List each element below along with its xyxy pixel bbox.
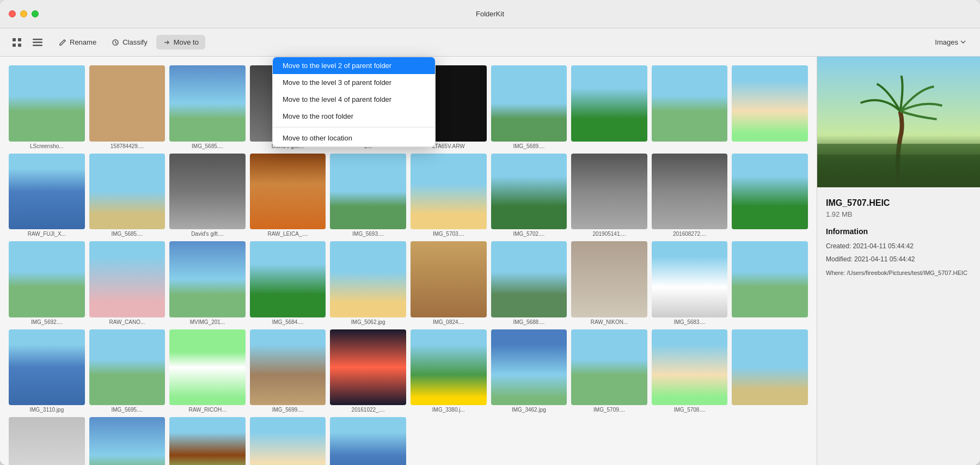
grid-item-label: RAW_LEICA_....	[250, 231, 326, 237]
grid-item[interactable]: IMG_5699....	[250, 329, 326, 413]
moveto-level2-item[interactable]: Move to the level 2 of parent folder	[273, 57, 435, 74]
grid-item-label: IMG_5685....	[89, 231, 166, 237]
classify-button[interactable]: Classify	[105, 35, 154, 50]
grid-item-label: RAW_RICOH...	[169, 407, 246, 413]
grid-item-label: RAW_NIKON...	[571, 319, 647, 325]
grid-item[interactable]: IMG_5693....	[330, 154, 406, 237]
moveto-level3-item[interactable]: Move to the level 3 of parent folder	[273, 74, 435, 91]
grid-item[interactable]: 201608272....	[652, 154, 728, 237]
svg-rect-3	[18, 44, 21, 47]
grid-item[interactable]	[571, 65, 647, 149]
detail-created: Created: 2021-04-11 05:44:42	[826, 241, 971, 251]
grid-item[interactable]: RAW_FUJI_X...	[9, 154, 85, 237]
grid-item-label: IMG_5684....	[250, 319, 326, 325]
grid-item[interactable]: IMG_3462.jpg	[491, 329, 567, 413]
grid-item-label: IMG_5689....	[491, 143, 567, 149]
detail-modified: Modified: 2021-04-11 05:44:42	[826, 254, 971, 264]
traffic-lights	[9, 10, 39, 17]
rename-button[interactable]: Rename	[52, 35, 103, 50]
grid-item-label: IMG_5703....	[411, 231, 487, 237]
detail-panel: IMG_5707.HEIC 1.92 MB Information Create…	[817, 57, 980, 465]
grid-item[interactable]	[732, 241, 808, 325]
detail-where: Where: /Users/fireebok/Pictures/test/IMG…	[826, 268, 971, 278]
grid-item[interactable]: 201905141....	[571, 154, 647, 237]
view-toggle-group	[9, 34, 46, 51]
grid-item[interactable]: IMG_3380.j...	[411, 329, 487, 413]
grid-item[interactable]: IMG_5703....	[411, 154, 487, 237]
grid-item[interactable]: LScreensho...	[9, 65, 85, 149]
grid-item-label: IMG_5693....	[330, 231, 406, 237]
grid-item[interactable]	[732, 154, 808, 237]
grid-item[interactable]: RAW_LEICA_....	[250, 154, 326, 237]
grid-item[interactable]: RAW_CANO...	[89, 241, 166, 325]
grid-item[interactable]: IMG_5704....	[89, 417, 166, 465]
grid-item[interactable]	[732, 329, 808, 413]
grid-item[interactable]: IMG_5689....	[491, 65, 567, 149]
grid-item-label: 158784429....	[89, 143, 166, 149]
grid-item[interactable]: 2022-02-0...	[169, 417, 246, 465]
grid-item[interactable]: IMG_5685....	[89, 154, 166, 237]
grid-item-label: RAW_FUJI_X...	[9, 231, 85, 237]
grid-item[interactable]: IMG_5695....	[89, 329, 166, 413]
grid-item[interactable]: David's gift....	[169, 154, 246, 237]
grid-item-label: IMG_5708....	[652, 407, 728, 413]
grid-item[interactable]: 158784429....	[89, 65, 166, 149]
moveto-level4-item[interactable]: Move to the level 4 of parent folder	[273, 91, 435, 108]
grid-item-label: IMG_5688....	[491, 319, 567, 325]
grid-item-label: IMG_5699....	[250, 407, 326, 413]
grid-item-label: IMG_5683....	[652, 319, 728, 325]
grid-item-label: IMG_5685....	[169, 143, 246, 149]
detail-size: 1.92 MB	[826, 210, 971, 218]
grid-view-button[interactable]	[9, 34, 25, 51]
toolbar-right: Images	[929, 36, 971, 48]
grid-item[interactable]: IMG_5692....	[9, 241, 85, 325]
svg-rect-12	[817, 155, 980, 187]
list-view-button[interactable]	[29, 34, 46, 51]
images-dropdown-button[interactable]: Images	[929, 36, 971, 48]
titlebar: FolderKit	[0, 0, 980, 28]
grid-item[interactable]: RAW_RICOH...	[169, 329, 246, 413]
maximize-button[interactable]	[32, 10, 39, 17]
grid-item-label: IMG_3380.j...	[411, 407, 487, 413]
grid-item-label: LScreensho...	[9, 143, 85, 149]
grid-item-label: IMG_5695....	[89, 407, 166, 413]
grid-item[interactable]	[652, 65, 728, 149]
grid-item[interactable]: IMG_20160...	[9, 417, 85, 465]
grid-item[interactable]: IMG_0824....	[411, 241, 487, 325]
grid-item-label: IMG_0824....	[411, 319, 487, 325]
grid-item[interactable]: IMG_5062.jpg	[330, 241, 406, 325]
svg-rect-2	[13, 44, 16, 47]
detail-filename: IMG_5707.HEIC	[826, 198, 971, 208]
window-title: FolderKit	[476, 10, 504, 18]
grid-item-label: IMG_3110.jpg	[9, 407, 85, 413]
detail-info: IMG_5707.HEIC 1.92 MB Information Create…	[817, 187, 980, 289]
minimize-button[interactable]	[20, 10, 27, 17]
svg-rect-4	[33, 39, 42, 40]
content-area: LScreensho...158784429....IMG_5685....Da…	[0, 57, 980, 465]
grid-item[interactable]: IMG_5684....	[250, 241, 326, 325]
grid-item-label: IMG_5709....	[571, 407, 647, 413]
grid-item[interactable]: IMG_5694....	[250, 417, 326, 465]
grid-item[interactable]: IMG_5709....	[571, 329, 647, 413]
grid-item-label: IMG_5702....	[491, 231, 567, 237]
grid-item[interactable]: IMG_5702....	[491, 154, 567, 237]
grid-item[interactable]: IMG_5688....	[491, 241, 567, 325]
svg-rect-10	[817, 57, 980, 187]
grid-item[interactable]: IMG_5682....	[330, 417, 406, 465]
grid-item[interactable]	[732, 65, 808, 149]
moveto-root-item[interactable]: Move to the root folder	[273, 108, 435, 125]
app-window: FolderKit	[0, 0, 980, 465]
grid-item[interactable]: IMG_5685....	[169, 65, 246, 149]
svg-rect-1	[18, 38, 21, 41]
grid-item[interactable]: RAW_NIKON...	[571, 241, 647, 325]
grid-item-label: David's gift....	[169, 231, 246, 237]
svg-rect-11	[817, 144, 980, 187]
grid-item[interactable]: 20161022_....	[330, 329, 406, 413]
grid-item[interactable]: MVIMG_201...	[169, 241, 246, 325]
grid-item[interactable]: IMG_3110.jpg	[9, 329, 85, 413]
close-button[interactable]	[9, 10, 16, 17]
moveto-other-item[interactable]: Move to other location	[273, 130, 435, 146]
grid-item[interactable]: IMG_5708....	[652, 329, 728, 413]
grid-item[interactable]: IMG_5683....	[652, 241, 728, 325]
moveto-button[interactable]: Move to	[156, 35, 205, 50]
